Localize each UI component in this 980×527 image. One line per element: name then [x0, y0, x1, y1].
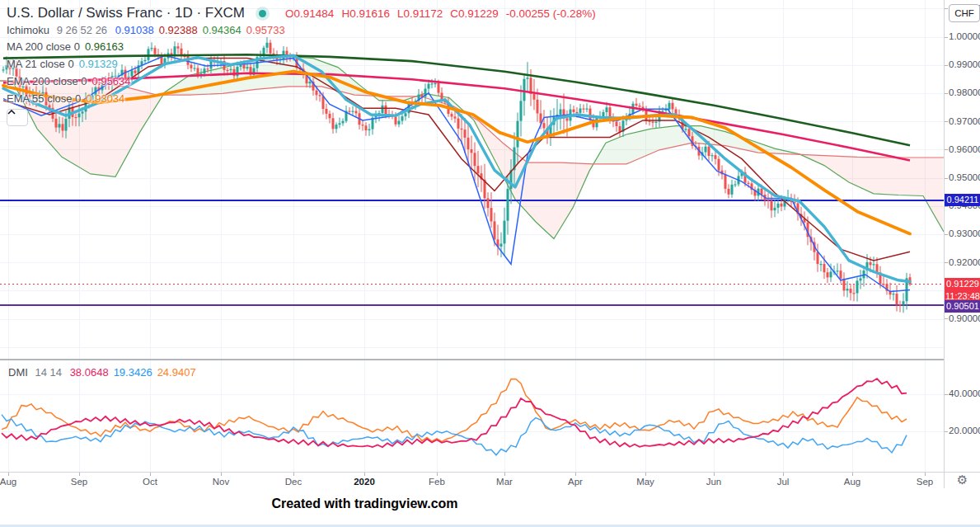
change-value: -0.00255 (-0.28%)	[506, 7, 596, 20]
time-tick-mark	[714, 473, 715, 476]
time-label: Feb	[429, 477, 445, 487]
time-tick-mark	[150, 473, 151, 476]
overlay-legend-row[interactable]: MA 200 close 00.96163	[7, 40, 124, 53]
overlay-value: 0.95634	[92, 75, 131, 87]
price-level-label: 0.94211	[945, 194, 980, 206]
time-axis[interactable]: AugSepOctNovDec2020FebMarAprMayJunJulAug…	[0, 472, 980, 489]
price-tick-label: 0.93000	[949, 228, 980, 238]
gear-icon: ⚙	[957, 474, 968, 487]
time-tick-mark	[364, 473, 365, 476]
overlay-legend-row[interactable]: MA 21 close 00.91329	[7, 58, 118, 70]
overlay-value: 0.96163	[85, 40, 124, 53]
price-tick-mark	[945, 37, 948, 38]
price-level-label: 0.91229	[945, 278, 980, 290]
dmi-tick-label: 40.0000	[949, 388, 980, 398]
tradingview-chart-page: { "header": { "title_full": "U.S. Dollar…	[0, 0, 980, 527]
time-label: Mar	[496, 477, 513, 487]
time-label: Jul	[777, 477, 790, 487]
ichimoku-value: 0.92388	[159, 24, 198, 36]
time-tick-mark	[437, 473, 438, 476]
ichimoku-params: 9 26 52 26	[57, 24, 107, 36]
price-tick-mark	[945, 8, 948, 9]
ichimoku-legend-row[interactable]: Ichimoku 9 26 52 26 0.910380.923880.9436…	[7, 24, 285, 36]
price-tick-label: 0.96000	[949, 144, 980, 154]
time-tick-mark	[645, 473, 646, 476]
time-tick-mark	[504, 473, 505, 476]
dmi-params: 14 14	[35, 366, 62, 379]
price-tick-mark	[945, 149, 948, 150]
time-tick-mark	[925, 473, 926, 476]
time-label: Dec	[285, 477, 302, 487]
dmi-value: 24.9407	[157, 366, 196, 379]
overlay-label: EMA 200 close 0	[7, 75, 87, 87]
overlay-label: MA 21 close 0	[7, 58, 74, 70]
time-label: May	[636, 477, 654, 487]
price-pane[interactable]	[0, 0, 944, 359]
overlay-label: EMA 55 close 0	[7, 92, 81, 105]
low-value: L0.91172	[397, 7, 443, 20]
overlay-value: 0.91329	[79, 58, 118, 70]
time-tick-mark	[783, 473, 784, 476]
price-tick-mark	[945, 318, 948, 319]
price-tick-mark	[945, 234, 948, 235]
price-tick-mark	[945, 262, 948, 263]
symbol-title[interactable]: U.S. Dollar / Swiss Franc · 1D · FXCM	[7, 5, 245, 21]
time-label: Oct	[143, 477, 157, 487]
dmi-tick-mark	[945, 431, 948, 432]
time-label: Nov	[213, 477, 229, 487]
price-tick-label: 0.99000	[949, 59, 980, 69]
price-tick-mark	[945, 178, 948, 179]
dmi-legend-row[interactable]: DMI 14 14 38.064819.342624.9407	[8, 366, 196, 379]
dmi-name: DMI	[8, 366, 28, 379]
time-tick-mark	[79, 473, 80, 476]
axis-settings-button[interactable]: ⚙	[945, 473, 980, 488]
ichimoku-value: 0.95733	[246, 24, 285, 36]
price-tick-label: 1.00000	[949, 31, 980, 41]
currency-toggle-button[interactable]: CHF	[949, 4, 980, 22]
time-label: Sep	[71, 477, 87, 487]
dmi-value: 38.0648	[70, 366, 109, 379]
time-tick-mark	[575, 473, 576, 476]
open-value: O0.91484	[285, 7, 334, 20]
dmi-values: 38.064819.342624.9407	[65, 366, 196, 379]
time-tick-mark	[293, 473, 294, 476]
chevron-up-icon	[7, 110, 16, 115]
market-status-icon[interactable]	[259, 10, 266, 17]
time-label: Sep	[917, 477, 933, 487]
dmi-tick-mark	[945, 394, 948, 395]
high-value: H0.91616	[341, 7, 390, 20]
price-tick-mark	[945, 121, 948, 122]
ohlc-values: O0.91484 H0.91616 L0.91172 C0.91229 -0.0…	[285, 7, 596, 20]
price-tick-label: 0.90000	[949, 313, 980, 323]
credit-text: Created with tradingview.com	[0, 496, 729, 511]
ichimoku-name: Ichimoku	[7, 24, 49, 36]
close-value: C0.91229	[450, 7, 499, 20]
time-label: 2020	[354, 477, 375, 487]
time-tick-mark	[221, 473, 222, 476]
ichimoku-values: 0.910380.923880.943640.95733	[110, 24, 285, 36]
price-tick-label: 0.92000	[949, 257, 980, 267]
time-tick-mark	[852, 473, 853, 476]
time-label: Aug	[0, 477, 16, 487]
price-level-label: 0.90501	[945, 300, 980, 313]
currency-label: CHF	[954, 8, 974, 18]
symbol-status-row: U.S. Dollar / Swiss Franc · 1D · FXCM O0…	[7, 5, 596, 21]
time-label: Jun	[706, 477, 722, 487]
dmi-value: 19.3426	[114, 366, 152, 379]
price-axis[interactable]: 1.010001.000000.990000.980000.970000.960…	[945, 0, 980, 472]
collapse-legend-button[interactable]	[7, 109, 28, 126]
overlay-legend-row[interactable]: EMA 200 close 00.95634	[7, 75, 131, 87]
ichimoku-value: 0.94364	[203, 24, 241, 36]
price-tick-label: 0.95000	[949, 172, 980, 182]
overlay-label: MA 200 close 0	[7, 40, 80, 53]
price-tick-mark	[945, 93, 948, 94]
overlay-legend-row[interactable]: EMA 55 close 00.93034	[7, 92, 124, 105]
time-tick-mark	[8, 473, 9, 476]
dmi-tick-label: 20.0000	[949, 426, 980, 435]
ichimoku-value: 0.91038	[115, 24, 154, 36]
price-tick-mark	[945, 65, 948, 66]
price-tick-label: 0.97000	[949, 116, 980, 126]
time-label: Apr	[568, 477, 583, 487]
time-label: Aug	[844, 477, 860, 487]
overlay-value: 0.93034	[86, 92, 124, 105]
